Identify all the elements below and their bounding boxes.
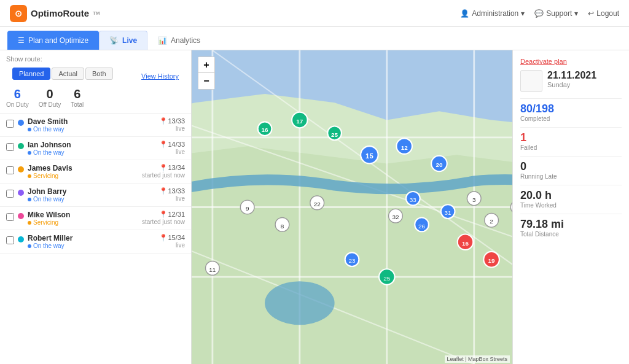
on-duty-value: 6 bbox=[6, 87, 29, 101]
tab-plan[interactable]: ☰ Plan and Optimize bbox=[7, 31, 99, 50]
driver-checkbox[interactable] bbox=[6, 236, 14, 244]
main-layout: Show route: Planned Actual Both View His… bbox=[0, 50, 629, 364]
view-history-link[interactable]: View History bbox=[141, 72, 179, 80]
admin-label: Administration bbox=[472, 9, 518, 18]
driver-item[interactable]: Robert Miller On the way 📍15/34 live bbox=[0, 230, 191, 254]
stat-time-worked: 20.0 h Time Worked bbox=[520, 189, 622, 209]
svg-text:31: 31 bbox=[445, 209, 452, 216]
svg-text:17: 17 bbox=[296, 118, 303, 125]
live-icon: 📡 bbox=[109, 36, 119, 45]
route-btn-planned[interactable]: Planned bbox=[12, 68, 50, 80]
route-btn-actual[interactable]: Actual bbox=[52, 68, 84, 80]
date-preview: 21.11.2021 Sunday bbox=[520, 70, 622, 95]
map-background: 15 12 20 17 25 16 9 8 22 bbox=[192, 50, 512, 364]
support-nav[interactable]: 💬 Support ▾ bbox=[534, 9, 578, 18]
route-btn-both[interactable]: Both bbox=[85, 68, 113, 80]
tab-live-label: Live bbox=[122, 36, 137, 45]
svg-text:16: 16 bbox=[462, 240, 469, 247]
driver-color-indicator bbox=[18, 120, 24, 126]
driver-checkbox[interactable] bbox=[6, 120, 14, 128]
logout-icon: ↩ bbox=[588, 9, 594, 18]
sidebar-controls: Show route: Planned Actual Both View His… bbox=[0, 50, 191, 114]
svg-text:3: 3 bbox=[472, 196, 476, 203]
total-distance-label: Total Distance bbox=[520, 231, 622, 238]
admin-nav[interactable]: 👤 Administration ▾ bbox=[460, 9, 525, 18]
status-dot bbox=[28, 151, 31, 155]
tab-bar: ☰ Plan and Optimize 📡 Live 📊 Analytics bbox=[0, 27, 629, 50]
svg-text:32: 32 bbox=[392, 214, 399, 220]
driver-name: James Davis bbox=[28, 164, 138, 172]
divider-5 bbox=[520, 214, 622, 214]
driver-item[interactable]: Ian Johnson On the way 📍14/33 live bbox=[0, 137, 191, 160]
status-dot bbox=[28, 174, 31, 178]
stat-off-duty: 0 Off Duty bbox=[39, 87, 61, 108]
chevron-down-icon: ▾ bbox=[574, 9, 578, 18]
logo-text: OptimoRoute bbox=[31, 8, 89, 18]
svg-text:16: 16 bbox=[262, 126, 269, 133]
svg-text:25: 25 bbox=[331, 131, 338, 138]
driver-name: Ian Johnson bbox=[28, 141, 155, 149]
route-toggle: Planned Actual Both bbox=[12, 68, 113, 80]
driver-color-indicator bbox=[18, 166, 24, 172]
support-label: Support bbox=[546, 9, 572, 18]
driver-progress: 📍14/33 live bbox=[159, 141, 185, 155]
driver-color-indicator bbox=[18, 236, 24, 242]
progress-value: 📍13/33 bbox=[159, 117, 185, 125]
progress-label: started just now bbox=[142, 172, 185, 179]
status-dot bbox=[28, 128, 31, 131]
total-value: 6 bbox=[71, 87, 84, 101]
svg-text:9: 9 bbox=[246, 205, 249, 212]
logout-nav[interactable]: ↩ Logout bbox=[588, 9, 619, 18]
driver-status: On the way bbox=[28, 242, 155, 249]
support-icon: 💬 bbox=[534, 9, 544, 18]
driver-progress: 📍12/31 started just now bbox=[142, 211, 185, 225]
svg-text:26: 26 bbox=[418, 223, 426, 230]
driver-name: John Barry bbox=[28, 187, 155, 196]
driver-name: Dave Smith bbox=[28, 117, 155, 126]
driver-item[interactable]: James Davis Servicing 📍13/34 started jus… bbox=[0, 160, 191, 184]
status-dot bbox=[28, 221, 31, 225]
tab-plan-label: Plan and Optimize bbox=[28, 36, 88, 45]
on-duty-label: On Duty bbox=[6, 101, 29, 108]
stat-failed: 1 Failed bbox=[520, 131, 622, 151]
time-worked-label: Time Worked bbox=[520, 202, 622, 209]
deactivate-plan-button[interactable]: Deactivate plan bbox=[520, 58, 622, 65]
map-container[interactable]: 15 12 20 17 25 16 9 8 22 bbox=[192, 50, 512, 364]
svg-text:15: 15 bbox=[365, 152, 373, 160]
driver-checkbox[interactable] bbox=[6, 213, 14, 221]
driver-item[interactable]: Mike Wilson Servicing 📍12/31 started jus… bbox=[0, 207, 191, 230]
zoom-out-button[interactable]: − bbox=[198, 73, 214, 89]
total-label: Total bbox=[71, 101, 84, 108]
svg-text:23: 23 bbox=[348, 257, 356, 264]
off-duty-label: Off Duty bbox=[39, 101, 61, 108]
driver-status: On the way bbox=[28, 196, 155, 203]
failed-value: 1 bbox=[520, 131, 622, 144]
time-worked-value: 20.0 h bbox=[520, 189, 622, 202]
stat-on-duty: 6 On Duty bbox=[6, 87, 29, 108]
svg-text:12: 12 bbox=[401, 144, 408, 151]
driver-item[interactable]: John Barry On the way 📍13/33 live bbox=[0, 184, 191, 207]
thumbnail bbox=[520, 70, 542, 92]
tab-analytics[interactable]: 📊 Analytics bbox=[147, 31, 211, 50]
driver-status: On the way bbox=[28, 126, 155, 133]
date-info: 21.11.2021 Sunday bbox=[547, 70, 596, 95]
driver-checkbox[interactable] bbox=[6, 166, 14, 174]
progress-value: 📍15/34 bbox=[159, 234, 185, 242]
driver-checkbox[interactable] bbox=[6, 190, 14, 198]
zoom-in-button[interactable]: + bbox=[198, 57, 214, 73]
driver-checkbox[interactable] bbox=[6, 143, 14, 151]
running-late-value: 0 bbox=[520, 160, 622, 173]
progress-label: live bbox=[159, 195, 185, 202]
driver-progress: 📍15/34 live bbox=[159, 234, 185, 249]
logout-label: Logout bbox=[596, 9, 619, 18]
stat-total: 6 Total bbox=[71, 87, 84, 108]
driver-item[interactable]: Dave Smith On the way 📍13/33 live bbox=[0, 114, 191, 137]
progress-label: live bbox=[159, 149, 185, 155]
completed-label: Completed bbox=[520, 115, 622, 122]
driver-info: John Barry On the way bbox=[28, 187, 155, 203]
driver-color-indicator bbox=[18, 190, 24, 196]
driver-info: Robert Miller On the way bbox=[28, 234, 155, 249]
svg-text:33: 33 bbox=[410, 196, 417, 203]
tab-live[interactable]: 📡 Live bbox=[99, 31, 147, 50]
stat-running-late: 0 Running Late bbox=[520, 160, 622, 180]
